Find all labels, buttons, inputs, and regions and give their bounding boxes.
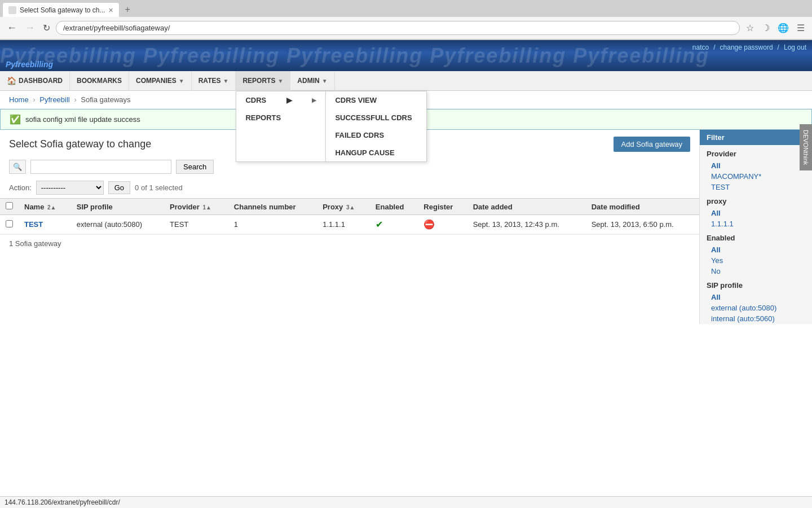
col-header-provider[interactable]: Provider 1▲ xyxy=(164,199,228,215)
browser-tabs: Select Sofia gateway to ch... × + xyxy=(0,0,812,17)
app-logo: Pyfreebilling xyxy=(0,58,59,71)
search-input[interactable] xyxy=(30,160,171,174)
right-sidebar-filter: Filter Provider All MACOMPANY* TEST prox… xyxy=(699,130,812,324)
back-button[interactable]: ← xyxy=(5,21,19,35)
enabled-icon: ✔ xyxy=(376,220,383,229)
nav-label-reports: REPORTS xyxy=(242,77,275,85)
col-header-enabled[interactable]: Enabled xyxy=(370,199,418,215)
nav-item-reports[interactable]: REPORTS ▼ CDRs ▶ Reports CDRs view Succe… xyxy=(236,71,290,91)
filter-section-enabled-title: Enabled xyxy=(700,229,812,244)
action-go-button[interactable]: Go xyxy=(108,181,130,194)
col-header-date-added[interactable]: Date added xyxy=(467,199,586,215)
moon-button[interactable]: ☽ xyxy=(759,21,773,34)
action-row: Action: ---------- Go 0 of 1 selected xyxy=(0,177,699,198)
devonthink-tab[interactable]: DEVONthink xyxy=(800,124,812,170)
active-tab[interactable]: Select Sofia gateway to ch... × xyxy=(2,2,120,17)
col-header-proxy[interactable]: Proxy 3▲ xyxy=(317,199,370,215)
proxy-sort-icon: 3▲ xyxy=(346,204,355,211)
row-checkbox xyxy=(0,215,19,234)
row-provider: TEST xyxy=(164,215,228,234)
header-watermark: Pyfreebilling Pyfreebilling Pyfreebillin… xyxy=(0,40,812,71)
col-header-name[interactable]: Name 2▲ xyxy=(19,199,71,215)
dropdown-item-cdrs-view[interactable]: CDRs view xyxy=(326,91,426,109)
tab-favicon xyxy=(8,6,16,14)
row-name-link[interactable]: TEST xyxy=(24,220,43,229)
breadcrumb-home[interactable]: Home xyxy=(9,95,29,104)
reports-main-menu: CDRs ▶ Reports xyxy=(236,91,326,162)
filter-provider-macompany[interactable]: MACOMPANY* xyxy=(700,171,812,182)
new-tab-button[interactable]: + xyxy=(121,2,135,17)
nav-label-bookmarks: BOOKMARKS xyxy=(77,77,122,85)
register-icon: ⛔ xyxy=(423,220,435,229)
header-logout-link[interactable]: Log out xyxy=(784,43,806,51)
forward-button[interactable]: → xyxy=(23,21,37,35)
nav-item-rates[interactable]: RATES ▼ xyxy=(192,71,236,91)
breadcrumb-pyfreebill[interactable]: Pyfreebill xyxy=(39,95,69,104)
row-register: ⛔ xyxy=(418,215,467,234)
col-header-register[interactable]: Register xyxy=(418,199,467,215)
col-header-channels-number[interactable]: Channels number xyxy=(228,199,317,215)
nav-item-companies[interactable]: COMPANIES ▼ xyxy=(129,71,192,91)
bookmark-button[interactable]: ☆ xyxy=(743,21,757,34)
status-bar: 144.76.118.206/extranet/pyfreebill/cdr/ xyxy=(0,496,812,508)
browser-chrome: Select Sofia gateway to ch... × + ← → ↻ … xyxy=(0,0,812,40)
dropdown-item-cdrs[interactable]: CDRs ▶ xyxy=(236,91,325,109)
filter-sip-profile-all[interactable]: All xyxy=(700,292,812,303)
menu-button[interactable]: ☰ xyxy=(794,21,807,34)
page-title: Select Sofia gateway to change xyxy=(9,138,151,150)
filter-enabled-all[interactable]: All xyxy=(700,244,812,255)
action-select[interactable]: ---------- xyxy=(36,181,104,195)
dashboard-icon: 🏠 xyxy=(7,76,16,85)
rates-dropdown-arrow: ▼ xyxy=(223,78,228,84)
row-date-added: Sept. 13, 2013, 12:43 p.m. xyxy=(467,215,586,234)
dropdown-item-failed-cdrs[interactable]: Failed CDRs xyxy=(326,126,426,144)
nav-item-dashboard[interactable]: 🏠 DASHBOARD xyxy=(0,71,70,91)
browser-toolbar: ← → ↻ ☆ ☽ 🌐 ☰ xyxy=(0,17,812,40)
search-icon-wrap: 🔍 xyxy=(9,160,26,174)
filter-enabled-yes[interactable]: Yes xyxy=(700,255,812,266)
success-message-text: sofia config xml file update success xyxy=(25,115,140,124)
tab-title: Select Sofia gateway to ch... xyxy=(20,6,105,14)
header-user-link[interactable]: natco xyxy=(692,43,709,51)
address-bar[interactable] xyxy=(56,21,740,35)
dropdown-item-reports[interactable]: Reports xyxy=(236,109,325,126)
search-button[interactable]: Search xyxy=(176,160,214,174)
globe-button[interactable]: 🌐 xyxy=(775,21,792,34)
nav-label-admin: ADMIN xyxy=(297,77,319,85)
filter-sip-profile-external[interactable]: external (auto:5080) xyxy=(700,303,812,313)
filter-sip-profile-internal[interactable]: internal (auto:5060) xyxy=(700,313,812,324)
filter-section-provider-title: Provider xyxy=(700,145,812,160)
nav-item-admin[interactable]: ADMIN ▼ xyxy=(290,71,334,91)
filter-provider-all[interactable]: All xyxy=(700,160,812,171)
filter-section-proxy-title: proxy xyxy=(700,192,812,208)
add-sofia-gateway-button[interactable]: Add Sofia gateway xyxy=(614,137,690,152)
table-count: 1 Sofia gateway xyxy=(9,239,61,248)
nav-item-bookmarks[interactable]: BOOKMARKS xyxy=(70,71,129,91)
table-footer: 1 Sofia gateway xyxy=(0,234,699,252)
header-change-password-link[interactable]: change password xyxy=(720,43,773,51)
filter-proxy-ip[interactable]: 1.1.1.1 xyxy=(700,218,812,229)
row-select-checkbox[interactable] xyxy=(6,220,13,227)
select-all-checkbox[interactable] xyxy=(6,202,13,209)
refresh-button[interactable]: ↻ xyxy=(41,21,52,34)
breadcrumb-sep1: › xyxy=(33,95,35,104)
tab-close-button[interactable]: × xyxy=(108,6,113,15)
table-row: TEST external (auto:5080) TEST 1 1.1.1.1 xyxy=(0,215,699,234)
header-actions: natco / change password / Log out xyxy=(692,43,806,51)
filter-provider-test[interactable]: TEST xyxy=(700,182,812,192)
col-header-sip-profile[interactable]: SIP profile xyxy=(71,199,164,215)
breadcrumb-sep2: › xyxy=(74,95,76,104)
filter-proxy-all[interactable]: All xyxy=(700,208,812,218)
dropdown-item-successful-cdrs[interactable]: Successfull CDRs xyxy=(326,109,426,126)
provider-sort-icon: 1▲ xyxy=(202,204,211,211)
browser-action-buttons: ☆ ☽ 🌐 ☰ xyxy=(743,21,807,34)
table-header: Name 2▲ SIP profile Provider 1▲ Channels… xyxy=(0,199,699,215)
col-header-date-modified[interactable]: Date modified xyxy=(586,199,699,215)
reports-sub-menu: CDRs view Successfull CDRs Failed CDRs H… xyxy=(325,91,427,162)
nav-label-rates: RATES xyxy=(198,77,221,85)
selected-count: 0 of 1 selected xyxy=(135,183,183,192)
filter-enabled-no[interactable]: No xyxy=(700,266,812,277)
reports-dropdown-arrow: ▼ xyxy=(277,78,283,84)
dropdown-item-hangup-cause[interactable]: Hangup Cause xyxy=(326,144,426,161)
row-channels-number: 1 xyxy=(228,215,317,234)
